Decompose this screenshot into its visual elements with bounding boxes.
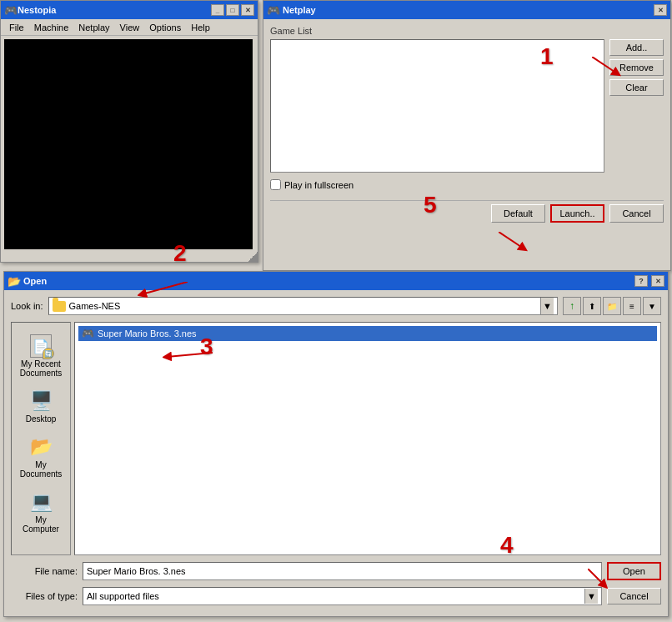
clear-button[interactable]: Clear <box>609 79 664 96</box>
nestopia-title-bar: 🎮 Nestopia _ □ ✕ <box>1 1 258 19</box>
remove-button[interactable]: Remove <box>609 59 664 76</box>
open-dialog-controls: ? ✕ <box>634 275 664 287</box>
file-area[interactable]: 🎮 Super Mario Bros. 3.nes <box>74 322 661 555</box>
look-in-row: Look in: Games-NES ▼ ↑ ⬆ 📁 ≡ <box>11 297 661 315</box>
toolbar-new-folder-btn[interactable]: 📁 <box>603 297 621 315</box>
files-of-type-label: Files of type: <box>11 591 78 601</box>
menu-machine[interactable]: Machine <box>29 22 74 33</box>
my-computer-icon: 💻 <box>28 489 54 515</box>
resize-handle[interactable] <box>248 252 258 262</box>
file-item-mario[interactable]: 🎮 Super Mario Bros. 3.nes <box>78 326 657 341</box>
nestopia-screen <box>4 39 253 249</box>
netplay-title-bar: 🎮 Netplay ✕ <box>263 1 670 19</box>
add-button[interactable]: Add.. <box>609 39 664 56</box>
my-documents-label: My Documents <box>18 460 64 479</box>
toolbar-back-btn[interactable]: ⬆ <box>583 297 601 315</box>
game-list-buttons: Add.. Remove Clear <box>609 39 664 173</box>
toolbar-green-btn[interactable]: ↑ <box>563 297 581 315</box>
sidebar-recent-documents[interactable]: 📄 🔄 My Recent Documents <box>14 329 68 381</box>
files-of-type-text: All supported files <box>87 591 584 601</box>
netplay-content: Game List Add.. Remove Clear Play in ful… <box>263 19 670 233</box>
files-of-type-arrow[interactable]: ▼ <box>584 589 598 604</box>
look-in-folder-icon <box>53 301 66 312</box>
my-documents-icon: 📂 <box>28 434 54 460</box>
recent-documents-label: My Recent Documents <box>18 359 64 378</box>
netplay-close-button[interactable]: ✕ <box>654 4 667 16</box>
default-button[interactable]: Default <box>491 204 545 223</box>
menu-options[interactable]: Options <box>144 22 186 33</box>
open-dialog-help-button[interactable]: ? <box>634 275 648 287</box>
files-of-type-row: Files of type: All supported files ▼ Can… <box>11 587 661 605</box>
dialog-cancel-button[interactable]: Cancel <box>607 588 661 604</box>
open-dialog-content: Look in: Games-NES ▼ ↑ ⬆ 📁 ≡ <box>4 290 668 612</box>
open-dialog-folder-icon: 📂 <box>8 275 21 288</box>
open-button[interactable]: Open <box>607 562 661 580</box>
fullscreen-label: Play in fullscreen <box>284 180 354 190</box>
nestopia-bottom-bar <box>1 253 258 256</box>
desktop-icon: 🖥️ <box>28 388 54 414</box>
menu-file[interactable]: File <box>4 22 29 33</box>
nestopia-menu-bar: File Machine Netplay View Options Help <box>1 19 258 36</box>
nestopia-title: Nestopia <box>18 5 211 15</box>
nestopia-maximize-button[interactable]: □ <box>226 4 239 16</box>
netplay-icon: 🎮 <box>267 4 280 17</box>
sidebar-my-computer[interactable]: 💻 My Computer <box>14 485 68 537</box>
file-item-icon: 🎮 <box>82 328 94 339</box>
dialog-main: 📄 🔄 My Recent Documents 🖥️ Desktop 📂 My … <box>11 322 661 555</box>
look-in-combo[interactable]: Games-NES ▼ <box>48 297 558 315</box>
netplay-window: 🎮 Netplay ✕ Game List Add.. Remove Clear… <box>263 0 671 271</box>
nestopia-title-controls: _ □ ✕ <box>211 4 254 16</box>
open-dialog: 📂 Open ? ✕ Look in: Games-NES ▼ ↑ ⬆ <box>3 271 669 617</box>
toolbar-view-btn[interactable]: ≡ <box>623 297 641 315</box>
nestopia-icon: 🎮 <box>4 4 18 17</box>
nestopia-window: 🎮 Nestopia _ □ ✕ File Machine Netplay Vi… <box>0 0 258 263</box>
nestopia-close-button[interactable]: ✕ <box>241 4 254 16</box>
sidebar-my-documents[interactable]: 📂 My Documents <box>14 430 68 482</box>
file-item-name: Super Mario Bros. 3.nes <box>98 329 197 339</box>
open-dialog-title-bar: 📂 Open ? ✕ <box>4 272 668 290</box>
netplay-footer: Default Launch.. Cancel <box>270 200 664 226</box>
open-dialog-close-button[interactable]: ✕ <box>651 275 664 287</box>
my-computer-label: My Computer <box>18 515 64 534</box>
game-list-box <box>270 39 604 173</box>
fullscreen-checkbox[interactable] <box>270 179 281 190</box>
sidebar-desktop[interactable]: 🖥️ Desktop <box>14 384 68 427</box>
file-name-input[interactable] <box>83 562 602 580</box>
menu-view[interactable]: View <box>115 22 145 33</box>
open-dialog-title: Open <box>23 276 634 286</box>
cancel-button[interactable]: Cancel <box>609 204 664 223</box>
desktop-label: Desktop <box>26 414 57 424</box>
game-list-area: Add.. Remove Clear <box>270 39 664 173</box>
launch-button[interactable]: Launch.. <box>550 204 604 223</box>
look-in-label: Look in: <box>11 301 43 311</box>
look-in-combo-text: Games-NES <box>69 301 540 311</box>
nestopia-minimize-button[interactable]: _ <box>211 4 224 16</box>
netplay-title-controls: ✕ <box>654 4 667 16</box>
menu-help[interactable]: Help <box>186 22 215 33</box>
netplay-title: Netplay <box>283 5 654 15</box>
look-in-dropdown-arrow[interactable]: ▼ <box>540 298 554 314</box>
toolbar-menu-btn[interactable]: ▼ <box>643 297 661 315</box>
fullscreen-row: Play in fullscreen <box>270 179 664 190</box>
file-name-label: File name: <box>11 566 78 576</box>
sidebar-panel: 📄 🔄 My Recent Documents 🖥️ Desktop 📂 My … <box>11 322 71 555</box>
files-of-type-combo[interactable]: All supported files ▼ <box>83 587 602 605</box>
toolbar-buttons: ↑ ⬆ 📁 ≡ ▼ <box>563 297 661 315</box>
file-name-row: File name: Open <box>11 562 661 580</box>
menu-netplay[interactable]: Netplay <box>73 22 114 33</box>
game-list-label: Game List <box>270 26 664 36</box>
recent-documents-icon: 📄 🔄 <box>28 333 54 359</box>
